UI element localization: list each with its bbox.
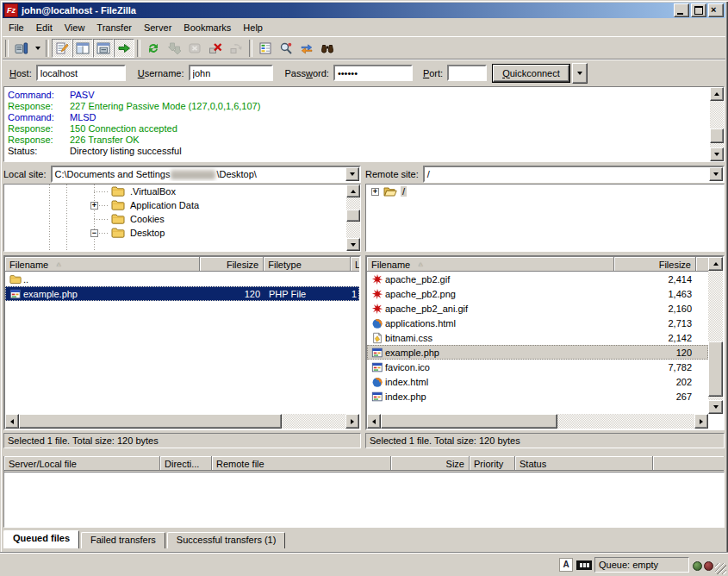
toggle-queue-button[interactable] — [114, 39, 134, 58]
file-row-example-php[interactable]: example.php 120 — [367, 345, 708, 360]
remote-list-vscrollbar[interactable] — [708, 257, 723, 414]
file-row[interactable]: applications.html 2,713 — [367, 316, 708, 330]
menu-view[interactable]: View — [59, 21, 91, 34]
tab-queued-files[interactable]: Queued files — [3, 530, 79, 548]
toggle-message-log-button[interactable] — [52, 39, 72, 58]
column-header-priority[interactable]: Priority — [470, 456, 515, 471]
password-input[interactable] — [333, 65, 413, 81]
local-tree-scrollbar[interactable] — [346, 185, 360, 251]
tree-item-root[interactable]: + / — [366, 185, 724, 198]
quickconnect-dropdown-button[interactable] — [572, 63, 588, 84]
file-row[interactable]: index.php 267 — [367, 389, 708, 404]
reconnect-button[interactable] — [226, 39, 246, 58]
column-header-filename[interactable]: Filename▲ — [367, 257, 614, 272]
scroll-up-button[interactable] — [710, 87, 724, 101]
file-row-example-php[interactable]: example.php 120 PHP File 1 — [5, 286, 359, 301]
tab-successful-transfers[interactable]: Successful transfers (1) — [167, 532, 286, 548]
file-row[interactable]: index.html 202 — [367, 374, 708, 389]
process-queue-button[interactable] — [164, 39, 184, 58]
log-scrollbar[interactable] — [710, 87, 724, 161]
menu-server[interactable]: Server — [138, 21, 177, 34]
file-row[interactable]: apache_pb2.gif 2,414 — [367, 272, 708, 286]
menu-file[interactable]: File — [3, 21, 30, 34]
column-header-size[interactable]: Size — [391, 456, 470, 471]
synchronized-browsing-button[interactable] — [296, 39, 317, 58]
file-row-parent-dir[interactable]: .. — [5, 272, 359, 286]
file-row[interactable]: favicon.ico 7,782 — [367, 360, 708, 374]
menu-transfer[interactable]: Transfer — [90, 21, 138, 34]
column-header-modified[interactable]: L — [351, 257, 359, 272]
column-header-filesize[interactable]: Filesize — [614, 257, 696, 272]
scroll-thumb[interactable] — [710, 128, 724, 143]
column-header-remote-file[interactable]: Remote file — [212, 456, 391, 471]
scroll-left-button[interactable] — [5, 414, 19, 429]
scroll-thumb[interactable] — [708, 341, 723, 397]
quickconnect-button[interactable]: Quickconnect — [492, 64, 570, 83]
toolbar-separator — [5, 40, 9, 57]
expand-icon[interactable]: + — [371, 188, 379, 196]
close-button[interactable]: × — [708, 3, 724, 17]
port-input[interactable] — [447, 65, 487, 81]
scroll-down-button[interactable] — [708, 400, 723, 414]
directory-filters-button[interactable] — [255, 39, 276, 58]
tree-item-cookies[interactable]: Cookies — [4, 212, 360, 226]
cancel-operation-button[interactable] — [184, 39, 205, 58]
menu-bookmarks[interactable]: Bookmarks — [177, 21, 237, 34]
queue-list[interactable] — [3, 472, 725, 528]
scroll-right-button[interactable] — [345, 414, 359, 429]
scroll-right-button[interactable] — [694, 414, 708, 429]
host-input[interactable] — [36, 65, 126, 81]
tree-item-virtualbox[interactable]: .VirtualBox — [4, 185, 360, 198]
file-row[interactable]: bitnami.css 2,142 — [367, 330, 708, 345]
remote-selection-status: Selected 1 file. Total size: 120 bytes — [365, 433, 725, 448]
refresh-button[interactable] — [143, 39, 164, 58]
transfer-queue-icon — [117, 41, 131, 55]
css-file-icon — [371, 332, 383, 344]
column-header-direction[interactable]: Directi... — [160, 456, 212, 471]
expand-icon[interactable]: + — [90, 202, 98, 210]
remote-list-hscrollbar[interactable] — [367, 414, 708, 429]
local-site-combobox[interactable]: C:\Documents and Settings\Desktop\ — [51, 166, 361, 183]
scroll-down-button[interactable] — [710, 147, 724, 161]
maximize-button[interactable] — [691, 3, 706, 17]
scroll-thumb[interactable] — [346, 210, 360, 222]
collapse-icon[interactable]: − — [90, 229, 98, 237]
toggle-remote-tree-button[interactable] — [93, 39, 114, 58]
tree-item-application-data[interactable]: + Application Data — [4, 198, 360, 212]
column-header-server-local-file[interactable]: Server/Local file — [4, 456, 160, 471]
scroll-down-button[interactable] — [346, 238, 360, 251]
column-header-status[interactable]: Status — [515, 456, 653, 471]
tree-item-desktop[interactable]: − Desktop — [4, 226, 360, 240]
file-row[interactable]: apache_pb2_ani.gif 2,160 — [367, 301, 708, 316]
refresh-icon — [146, 41, 160, 55]
column-header-filetype[interactable]: Filetype — [264, 257, 351, 272]
titlebar[interactable]: Fz john@localhost - FileZilla × — [3, 3, 725, 18]
activity-led-red — [704, 561, 713, 571]
menu-edit[interactable]: Edit — [30, 21, 59, 34]
scroll-thumb[interactable] — [381, 414, 557, 429]
local-list-hscrollbar[interactable] — [5, 414, 359, 429]
scroll-up-button[interactable] — [346, 185, 360, 197]
scroll-thumb[interactable] — [19, 414, 282, 429]
column-header-filesize[interactable]: Filesize — [200, 257, 264, 272]
scroll-up-button[interactable] — [708, 257, 723, 271]
process-queue-icon — [167, 41, 181, 55]
username-input[interactable] — [189, 65, 273, 81]
minimize-button[interactable] — [674, 3, 689, 17]
remote-site-combobox[interactable]: / — [423, 166, 725, 183]
site-manager-button[interactable] — [11, 39, 32, 58]
toggle-local-tree-button[interactable] — [72, 39, 93, 58]
site-manager-dropdown-button[interactable] — [32, 40, 43, 57]
file-row[interactable]: apache_pb2.png 1,463 — [367, 286, 708, 301]
disconnect-button[interactable] — [205, 39, 226, 58]
directory-comparison-button[interactable] — [276, 39, 296, 58]
menu-help[interactable]: Help — [237, 21, 269, 34]
php-file-icon — [371, 347, 383, 359]
resize-grip[interactable] — [715, 563, 726, 574]
find-files-button[interactable] — [317, 39, 338, 58]
tab-failed-transfers[interactable]: Failed transfers — [81, 532, 165, 548]
scroll-left-button[interactable] — [367, 414, 381, 429]
remote-site-dropdown-button[interactable] — [709, 167, 723, 181]
column-header-filename[interactable]: Filename▲ — [5, 257, 200, 272]
local-site-dropdown-button[interactable] — [345, 167, 359, 181]
